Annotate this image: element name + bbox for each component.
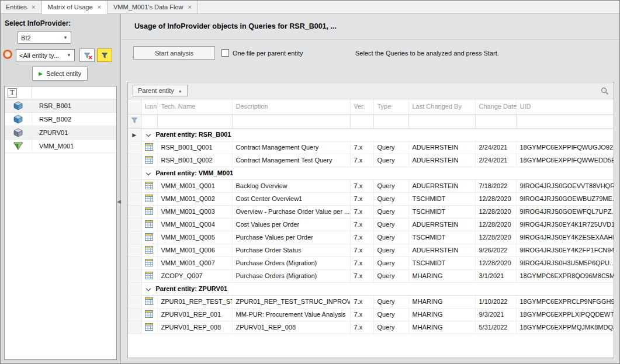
cell-description: ZPURV01_REP_008 [232, 321, 350, 334]
filter-cell[interactable] [350, 114, 373, 128]
cell-last-changed-by: TSCHMIDT [408, 256, 475, 269]
one-file-checkbox-label: One file per parent entity [233, 50, 303, 57]
table-row[interactable]: ZPUR01_REP_TEST_ST... ZPUR01_REP_TEST_ST… [128, 295, 614, 308]
table-row[interactable]: ZCOPY_Q007 Purchase Orders (Migration) 7… [128, 269, 614, 282]
table-row[interactable]: VMM_M001_Q007 Purchase Orders (Migration… [128, 256, 614, 269]
select-entity-button[interactable]: ▶ Select entity [32, 67, 88, 81]
cell-ver: 7.x [350, 154, 373, 167]
table-row[interactable]: VMM_M001_Q001 Backlog Overview 7.x Query… [128, 179, 614, 192]
one-file-checkbox[interactable] [221, 49, 229, 57]
filter-cell[interactable] [141, 114, 157, 128]
group-label: Parent entity: RSR_B001 [156, 131, 231, 138]
cell-change-date: 2/24/2021 [475, 154, 516, 167]
query-icon [145, 156, 153, 164]
filter-cell[interactable] [408, 114, 475, 128]
query-icon [145, 220, 153, 228]
cell-uid: 9IROG4JRJS0GOEWBUZ79ME... [516, 192, 614, 205]
cell-uid: 18GYMPC6EXPPIFQWUGJO92... [516, 141, 614, 154]
entity-row[interactable]: VMM_M001 [5, 140, 116, 153]
cell-type: Query [373, 295, 408, 308]
filter-row-indicator [128, 114, 141, 128]
entity-type-dropdown[interactable]: <All entity ty... ▼ [16, 49, 75, 61]
close-icon[interactable]: × [98, 4, 101, 11]
table-row[interactable]: ZPURV01_REP_008 ZPURV01_REP_008 7.x Quer… [128, 321, 614, 334]
cell-change-date: 12/28/2020 [475, 192, 516, 205]
query-icon [145, 310, 153, 318]
group-row[interactable]: Parent entity: VMM_M001 [128, 167, 614, 179]
cell-tech-name: ZCOPY_Q007 [157, 269, 232, 282]
entity-row[interactable]: RSR_B002 [5, 113, 116, 126]
column-header-type[interactable]: Type [373, 99, 408, 114]
filter-cell[interactable] [475, 114, 516, 128]
cell-ver: 7.x [350, 295, 373, 308]
tab-entities[interactable]: Entities × [0, 0, 42, 13]
query-icon [145, 143, 153, 151]
queries-table: Icon Tech. Name Description Ver. Type La… [128, 99, 614, 334]
close-icon[interactable]: × [32, 4, 35, 11]
filter-cell[interactable] [157, 114, 232, 128]
entity-row[interactable]: RSR_B001 [5, 99, 116, 113]
cell-description: Backlog Overview [232, 179, 350, 192]
group-by-chip[interactable]: Parent entity ▲ [133, 85, 188, 96]
group-by-chip-label: Parent entity [138, 87, 174, 94]
table-row[interactable]: VMM_M001_Q005 Purchase Values per Order … [128, 231, 614, 244]
cell-type: Query [373, 256, 408, 269]
tab-data-flow[interactable]: VMM_M001's Data Flow × [108, 0, 198, 13]
column-header-change-date[interactable]: Change Date [475, 99, 516, 114]
column-header-icon[interactable]: Icon [141, 99, 157, 114]
column-header-tech-name[interactable]: Tech. Name [157, 99, 232, 114]
system-dropdown[interactable]: BI2 ▼ [18, 32, 71, 44]
sidebar-title: Select InfoProvider: [5, 19, 71, 27]
cell-ver: 7.x [350, 308, 373, 321]
tab-matrix-of-usage[interactable]: Matrix of Usage × [42, 0, 108, 14]
cell-uid: 18GYMPC6EXPPLXIPQQDEWTI... [516, 308, 614, 321]
cell-ver: 7.x [350, 192, 373, 205]
group-row[interactable]: ▶ Parent entity: RSR_B001 [128, 128, 614, 141]
group-row[interactable]: Parent entity: ZPURV01 [128, 282, 614, 295]
cell-last-changed-by: ADUERRSTEIN [408, 244, 475, 256]
cell-last-changed-by: MHARING [408, 308, 475, 321]
cell-ver: 7.x [350, 218, 373, 231]
cell-uid: 18GYMPC6EXPPIFQWWEDD5E... [516, 154, 614, 167]
start-analysis-button[interactable]: Start analysis [133, 46, 215, 60]
chevron-down-icon: ▼ [64, 53, 71, 58]
close-icon[interactable]: × [188, 4, 191, 11]
table-row[interactable]: VMM_M001_Q004 Cost Values per Order 7.x … [128, 218, 614, 231]
cell-last-changed-by: TSCHMIDT [408, 205, 475, 218]
table-row[interactable]: VMM_M001_Q002 Cost Center Overview1 7.x … [128, 192, 614, 205]
table-row[interactable]: VMM_M001_Q003 Overview - Purchase Order … [128, 205, 614, 218]
chevron-down-icon[interactable] [146, 171, 150, 175]
entity-row[interactable]: ZPURV01 [5, 126, 116, 140]
tab-bar: Entities × Matrix of Usage × VMM_M001's … [0, 0, 620, 14]
hint-text: Select the Queries to be analyzed and pr… [355, 50, 499, 57]
column-header-uid[interactable]: UID [516, 99, 614, 114]
chevron-down-icon[interactable] [146, 132, 150, 137]
tab-label: Matrix of Usage [48, 4, 93, 11]
clear-filter-button[interactable]: ✕ [79, 48, 95, 62]
cell-type: Query [373, 269, 408, 282]
table-row[interactable]: VMM_M001_Q006 Purchase Order Status 7.x … [128, 244, 614, 256]
filter-cell[interactable] [232, 114, 350, 128]
cell-type: Query [373, 154, 408, 167]
cell-tech-name: RSR_B001_Q002 [157, 154, 232, 167]
tab-label: Entities [6, 4, 27, 11]
query-icon [145, 195, 153, 202]
text-filter-icon[interactable]: T [8, 88, 17, 98]
entity-list-header[interactable]: T [5, 86, 116, 99]
search-icon[interactable] [600, 86, 609, 96]
column-header-description[interactable]: Description [232, 99, 350, 114]
collapse-sidebar-arrow-icon[interactable]: ◀ [117, 199, 121, 204]
edit-filter-button[interactable] [97, 48, 112, 62]
filter-cell[interactable] [516, 114, 614, 128]
table-row[interactable]: RSR_B001_Q002 Contract Management Test Q… [128, 154, 614, 167]
table-row[interactable]: RSR_B001_Q001 Contract Management Query … [128, 141, 614, 154]
column-header-last-changed-by[interactable]: Last Changed By [408, 99, 475, 114]
cell-tech-name: ZPURV01_REP_008 [157, 321, 232, 334]
adso-icon [5, 140, 32, 152]
filter-cell[interactable] [373, 114, 408, 128]
table-row[interactable]: ZPURV01_REP_001 MM-PUR: Procurement Valu… [128, 308, 614, 321]
chevron-down-icon[interactable] [146, 286, 150, 291]
cell-uid: 18GYMPC6EXPRCLP9NFGGH9... [516, 295, 614, 308]
column-header-ver[interactable]: Ver. [350, 99, 373, 114]
cell-description: MM-PUR: Procurement Value Analysis [232, 308, 350, 321]
